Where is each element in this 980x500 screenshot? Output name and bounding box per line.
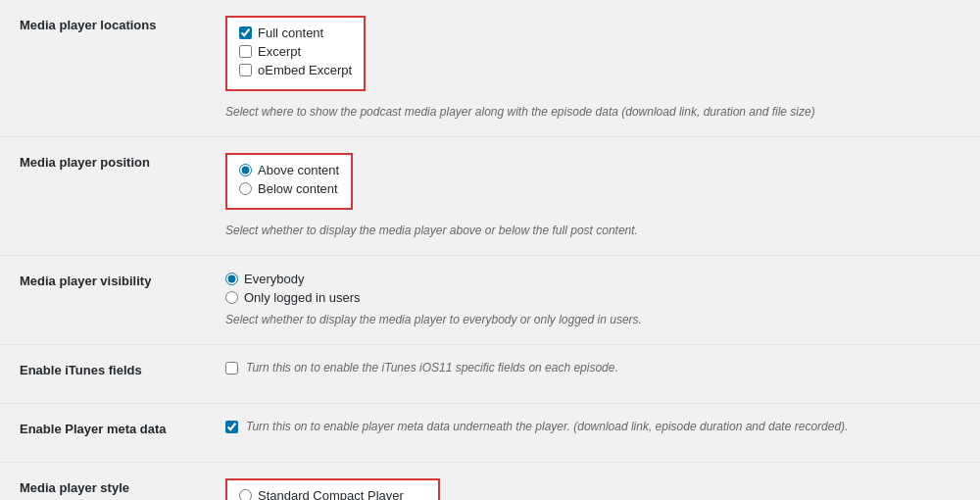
option-item-media-player-locations-1: Excerpt: [239, 44, 352, 59]
description-enable-player-meta-data: Turn this on to enable player meta data …: [246, 420, 848, 433]
option-item-media-player-position-0: Above content: [239, 163, 339, 177]
option-label-media-player-position-1: Below content: [258, 181, 338, 196]
row-enable-itunes-fields: Enable iTunes fieldsTurn this on to enab…: [0, 345, 980, 404]
option-label-media-player-visibility-0: Everybody: [244, 272, 304, 286]
label-enable-player-meta-data: Enable Player meta data: [20, 420, 225, 436]
options-container-media-player-style: Standard Compact PlayerHTML5 Player With…: [225, 478, 440, 500]
label-media-player-position: Media player position: [20, 153, 225, 170]
option-item-media-player-position-1: Below content: [239, 181, 339, 196]
content-enable-player-meta-data: Turn this on to enable player meta data …: [225, 420, 960, 433]
label-media-player-visibility: Media player visibility: [20, 272, 225, 288]
option-label-media-player-style-0: Standard Compact Player: [258, 488, 404, 500]
input-enable-player-meta-data[interactable]: [225, 421, 238, 433]
content-enable-itunes-fields: Turn this on to enable the iTunes iOS11 …: [225, 361, 960, 375]
row-media-player-position: Media player positionAbove contentBelow …: [0, 137, 980, 256]
options-container-media-player-locations: Full contentExcerptoEmbed Excerpt: [225, 16, 366, 91]
description-media-player-visibility: Select whether to display the media play…: [225, 311, 960, 328]
description-enable-itunes-fields: Turn this on to enable the iTunes iOS11 …: [246, 361, 618, 375]
description-media-player-position: Select whether to display the media play…: [225, 222, 960, 239]
label-media-player-locations: Media player locations: [20, 16, 225, 32]
content-media-player-style: Standard Compact PlayerHTML5 Player With…: [225, 478, 960, 500]
option-label-media-player-locations-2: oEmbed Excerpt: [258, 63, 352, 77]
option-item-media-player-visibility-0: Everybody: [225, 272, 960, 286]
input-media-player-locations-2[interactable]: [239, 64, 252, 76]
option-label-media-player-locations-1: Excerpt: [258, 44, 301, 59]
inline-row-enable-itunes-fields: Turn this on to enable the iTunes iOS11 …: [225, 361, 960, 375]
input-media-player-visibility-1[interactable]: [225, 291, 238, 304]
row-media-player-locations: Media player locationsFull contentExcerp…: [0, 0, 980, 137]
option-item-media-player-visibility-1: Only logged in users: [225, 290, 960, 305]
content-media-player-locations: Full contentExcerptoEmbed ExcerptSelect …: [225, 16, 960, 121]
description-media-player-locations: Select where to show the podcast media p…: [225, 103, 960, 121]
option-item-media-player-locations-0: Full content: [239, 25, 352, 40]
input-media-player-locations-1[interactable]: [239, 45, 252, 58]
content-media-player-visibility: EverybodyOnly logged in usersSelect whet…: [225, 272, 960, 328]
option-label-media-player-locations-0: Full content: [258, 25, 323, 40]
row-media-player-style: Media player styleStandard Compact Playe…: [0, 463, 980, 500]
option-label-media-player-position-0: Above content: [258, 163, 339, 177]
input-media-player-locations-0[interactable]: [239, 26, 252, 39]
input-media-player-visibility-0[interactable]: [225, 273, 238, 285]
content-media-player-position: Above contentBelow contentSelect whether…: [225, 153, 960, 239]
inline-row-enable-player-meta-data: Turn this on to enable player meta data …: [225, 420, 960, 433]
options-container-media-player-position: Above contentBelow content: [225, 153, 353, 210]
settings-wrapper: Media player locationsFull contentExcerp…: [0, 0, 980, 500]
option-label-media-player-visibility-1: Only logged in users: [244, 290, 361, 305]
option-item-media-player-style-0: Standard Compact Player: [239, 488, 426, 500]
input-enable-itunes-fields[interactable]: [225, 362, 238, 375]
option-item-media-player-locations-2: oEmbed Excerpt: [239, 63, 352, 77]
input-media-player-style-0[interactable]: [239, 489, 252, 500]
label-media-player-style: Media player style: [20, 478, 225, 495]
input-media-player-position-0[interactable]: [239, 164, 252, 176]
row-enable-player-meta-data: Enable Player meta dataTurn this on to e…: [0, 404, 980, 463]
row-media-player-visibility: Media player visibilityEverybodyOnly log…: [0, 256, 980, 345]
input-media-player-position-1[interactable]: [239, 182, 252, 195]
label-enable-itunes-fields: Enable iTunes fields: [20, 361, 225, 377]
options-container-media-player-visibility: EverybodyOnly logged in users: [225, 272, 960, 305]
